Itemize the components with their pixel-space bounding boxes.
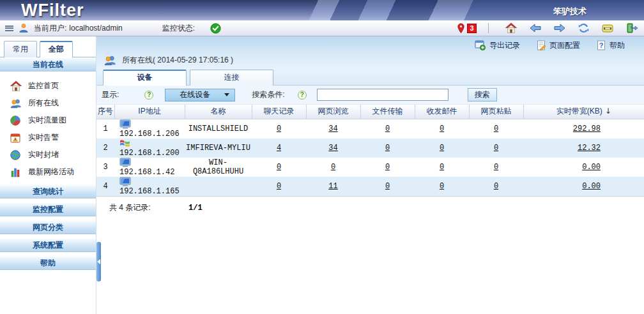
col-web[interactable]: 网页浏览: [306, 105, 360, 119]
search-button[interactable]: 搜索: [468, 88, 497, 101]
sidebar-collapse-handle[interactable]: [96, 242, 101, 281]
web-count-link[interactable]: 0: [331, 163, 335, 172]
sidebar-section-web-category[interactable]: 网页分类: [0, 220, 96, 234]
sidebar-item-realtime-alert[interactable]: 实时告警: [0, 129, 96, 146]
page-config-label: 页面配置: [549, 40, 580, 51]
table-footer: 共 4 条记录: 1/1: [96, 196, 644, 213]
export-records-button[interactable]: 导出记录: [475, 40, 520, 51]
mail-count-link[interactable]: 0: [440, 182, 444, 191]
row-ip-cell: 192.168.1.42: [114, 158, 185, 177]
tab-connections[interactable]: 连接: [190, 70, 273, 86]
tab-devices[interactable]: 设备: [103, 70, 187, 86]
col-ip[interactable]: IP地址: [114, 105, 185, 119]
file-count-link[interactable]: 0: [385, 182, 390, 191]
row-mail-cell: 0: [415, 158, 469, 177]
web-count-link[interactable]: 34: [328, 144, 337, 153]
menu-icon[interactable]: [5, 26, 13, 31]
col-chat[interactable]: 聊天记录: [252, 105, 306, 119]
page-actions: 导出记录 页面配置 ? 帮助: [96, 36, 644, 52]
sidebar-item-all-online[interactable]: 所有在线: [0, 94, 96, 112]
bandwidth-link[interactable]: 12.32: [578, 144, 601, 153]
forward-arrow-icon[interactable]: [554, 24, 565, 33]
sidebar-tab-common[interactable]: 常用: [4, 41, 37, 57]
device-filter-dropdown[interactable]: 在线设备: [165, 89, 235, 101]
paste-count-link[interactable]: 0: [494, 124, 498, 133]
row-index: 3: [96, 158, 114, 177]
export-icon: [475, 40, 486, 50]
sidebar-item-realtime-block[interactable]: 实时封堵: [0, 146, 96, 163]
paste-count-link[interactable]: 0: [494, 182, 498, 191]
home-icon[interactable]: [505, 23, 517, 33]
sidebar-item-label: 实时流量图: [28, 115, 66, 126]
help-button[interactable]: ? 帮助: [597, 40, 625, 51]
sidebar-section-system-config[interactable]: 系统配置: [0, 238, 96, 252]
sidebar-item-monitor-home[interactable]: 监控首页: [0, 77, 96, 94]
sidebar-sections: 查询统计 监控配置 网页分类 系统配置 帮助: [0, 184, 96, 270]
sidebar-tab-bar: 常用 全部: [0, 36, 96, 57]
table-header: 序号 IP地址 名称 聊天记录 网页浏览 文件传输 收发邮件 网页粘贴 实时带宽…: [96, 105, 644, 119]
mail-count-link[interactable]: 0: [440, 124, 444, 133]
row-ip-cell: 192.168.1.200: [114, 138, 185, 158]
col-paste[interactable]: 网页粘贴: [469, 105, 523, 119]
sidebar-section-query-stats[interactable]: 查询统计: [0, 184, 96, 198]
col-name[interactable]: 名称: [185, 105, 252, 119]
file-count-link[interactable]: 0: [385, 144, 390, 153]
row-ip-cell: 192.168.1.165: [114, 177, 185, 196]
chat-count-link[interactable]: 0: [277, 182, 281, 191]
row-ip: 192.168.1.165: [119, 187, 180, 196]
display-help-icon[interactable]: ?: [144, 91, 153, 100]
file-count-link[interactable]: 0: [385, 124, 390, 133]
bandwidth-link[interactable]: 0.00: [582, 163, 601, 172]
back-arrow-icon[interactable]: [530, 24, 541, 33]
device-filter-value: 在线设备: [165, 89, 224, 100]
search-help-icon[interactable]: ?: [298, 91, 307, 100]
snapshot-icon[interactable]: [602, 24, 613, 33]
alert-count-badge[interactable]: 3: [467, 24, 477, 33]
web-count-link[interactable]: 34: [328, 124, 337, 133]
sidebar-section-current-online[interactable]: 当前在线: [0, 57, 96, 71]
row-paste-cell: 0: [469, 158, 523, 177]
bandwidth-link[interactable]: 0.00: [582, 182, 601, 191]
record-count: 共 4 条记录:: [109, 203, 151, 212]
sidebar-tab-all[interactable]: 全部: [40, 41, 73, 57]
table-row: 3 192.168.1.42 WIN-Q8A186LHUHU 0 0 0 0 0…: [96, 158, 644, 177]
logout-icon[interactable]: [626, 23, 638, 33]
page-config-button[interactable]: 页面配置: [537, 40, 580, 51]
col-index[interactable]: 序号: [96, 105, 114, 119]
alarm-icon: [10, 133, 22, 143]
mail-count-link[interactable]: 0: [440, 163, 444, 172]
help-label: 帮助: [610, 40, 625, 51]
paste-count-link[interactable]: 0: [494, 163, 498, 172]
sidebar-section-monitor-config[interactable]: 监控配置: [0, 202, 96, 216]
table-row: 1 192.168.1.206 INSTALLSHIELD 0 34 0 0 0…: [96, 119, 644, 138]
web-count-link[interactable]: 11: [328, 182, 337, 191]
sidebar-item-realtime-traffic[interactable]: 实时流量图: [0, 112, 96, 129]
chat-count-link[interactable]: 4: [277, 144, 281, 153]
row-file-cell: 0: [360, 158, 415, 177]
col-mail[interactable]: 收发邮件: [415, 105, 469, 119]
search-condition-label: 搜索条件:: [252, 89, 284, 100]
row-mail-cell: 0: [415, 177, 469, 196]
refresh-icon[interactable]: [578, 23, 589, 33]
sidebar-item-latest-activity[interactable]: 最新网络活动: [0, 163, 96, 181]
chat-count-link[interactable]: 0: [277, 163, 281, 172]
row-ip-cell: 192.168.1.206: [114, 119, 185, 138]
row-ip: 192.168.1.200: [119, 149, 180, 158]
sidebar-item-label: 最新网络活动: [28, 167, 74, 177]
col-bandwidth[interactable]: 实时带宽(KB)↓: [523, 105, 644, 119]
app-body: 常用 全部 当前在线 监控首页 所有在线: [0, 36, 644, 314]
pin-icon[interactable]: [456, 23, 466, 34]
col-file[interactable]: 文件传输: [360, 105, 415, 119]
bandwidth-link[interactable]: 292.98: [573, 124, 601, 133]
monitor-icon: [119, 177, 131, 186]
chat-count-link[interactable]: 0: [277, 124, 281, 133]
row-file-cell: 0: [360, 177, 415, 196]
file-count-link[interactable]: 0: [385, 163, 390, 172]
search-input[interactable]: [317, 89, 448, 101]
paste-count-link[interactable]: 0: [494, 144, 498, 153]
mail-count-link[interactable]: 0: [440, 144, 444, 153]
row-bandwidth-cell: 292.98: [523, 119, 644, 138]
sidebar-section-help[interactable]: 帮助: [0, 256, 96, 270]
sidebar-menu: 监控首页 所有在线 实时流量图: [0, 75, 96, 184]
app-logo: WFilter: [21, 1, 84, 20]
